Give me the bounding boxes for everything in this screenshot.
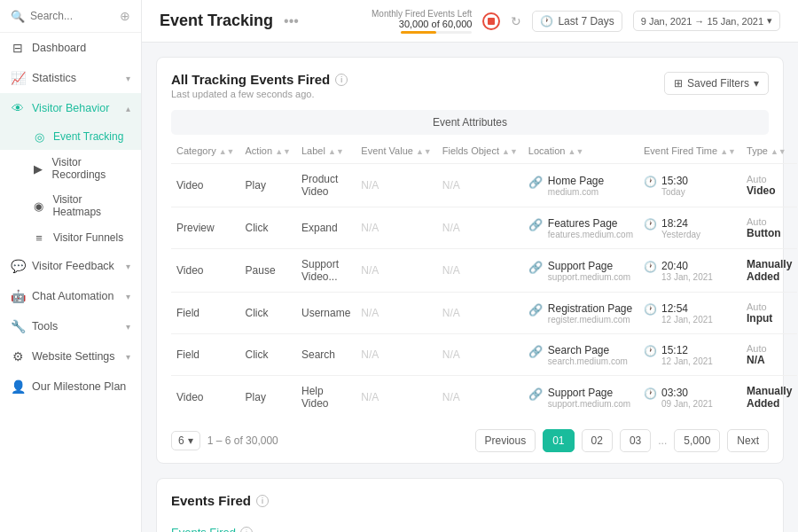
visitor-feedback-icon: 💬 xyxy=(11,259,25,273)
visitor-funnels-icon: ≡ xyxy=(32,231,46,245)
cell-action: Click xyxy=(240,207,296,249)
add-icon[interactable]: ⊕ xyxy=(120,9,130,23)
sidebar-sub-item-visitor-funnels[interactable]: ≡ Visitor Funnels xyxy=(0,224,141,251)
sidebar-item-chat-automation[interactable]: 🤖 Chat Automation ▾ xyxy=(0,281,141,311)
sidebar-item-statistics[interactable]: 📈 Statistics ▾ xyxy=(0,63,141,93)
sidebar-item-label: Our Milestone Plan xyxy=(32,380,130,393)
table-row: Video Play Product Video N/A N/A 🔗 Home … xyxy=(171,164,797,207)
col-event-value: Event Value ▲▼ xyxy=(356,138,436,164)
page-01-button[interactable]: 01 xyxy=(543,429,574,452)
cell-event-fired-time: 🕐 12:54 12 Jan, 2021 xyxy=(638,293,741,334)
cell-event-value: N/A xyxy=(356,334,436,376)
chevron-up-icon: ▴ xyxy=(126,104,130,113)
sidebar-item-label: Dashboard xyxy=(32,42,130,54)
cell-event-fired-time: 🕐 15:12 12 Jan, 2021 xyxy=(638,334,741,376)
website-settings-icon: ⚙ xyxy=(11,349,25,364)
page-size-selector[interactable]: 6 ▾ xyxy=(171,431,200,450)
cell-event-fired-time: 🕐 18:24 Yesterday xyxy=(638,207,741,249)
page-03-button[interactable]: 03 xyxy=(620,429,651,452)
sidebar-item-website-settings[interactable]: ⚙ Website Settings ▾ xyxy=(0,341,141,372)
cell-location: 🔗 Home Page medium.com xyxy=(523,164,638,207)
statistics-icon: 📈 xyxy=(11,71,25,85)
table-row: Video Pause Support Video... N/A N/A 🔗 S… xyxy=(171,249,797,293)
sidebar-item-tools[interactable]: 🔧 Tools ▾ xyxy=(0,311,141,341)
page-size-label: 6 xyxy=(178,434,184,447)
chevron-down-icon: ▾ xyxy=(126,74,130,83)
col-label: Label ▲▼ xyxy=(296,138,356,164)
cell-event-value: N/A xyxy=(356,293,436,334)
sort-icon: ▲▼ xyxy=(328,147,344,156)
prev-page-button[interactable]: Previous xyxy=(475,429,536,452)
chevron-down-icon: ▾ xyxy=(754,77,759,90)
page-range: 1 – 6 of 30,000 xyxy=(207,434,278,447)
info-icon[interactable]: i xyxy=(335,74,348,86)
saved-filters-label: Saved Filters xyxy=(687,77,749,90)
refresh-icon[interactable]: ↻ xyxy=(511,14,521,28)
next-page-button[interactable]: Next xyxy=(727,429,769,452)
sidebar-sub-item-visitor-recordings[interactable]: ▶ Visitor Recordings xyxy=(0,150,141,187)
cell-category: Video xyxy=(171,249,240,293)
card-header: All Tracking Events Fired i Last updated… xyxy=(157,58,783,99)
sidebar: 🔍 ⊕ ⊟ Dashboard 📈 Statistics ▾ 👁 Visitor… xyxy=(0,0,142,532)
more-options-icon[interactable]: ••• xyxy=(284,13,299,29)
card-title-area: All Tracking Events Fired i Last updated… xyxy=(171,72,664,99)
card-title-text: All Tracking Events Fired xyxy=(171,72,330,87)
visitor-recordings-icon: ▶ xyxy=(32,161,45,176)
cell-location: 🔗 Registration Page register.medium.com xyxy=(523,293,638,334)
clock-icon: 🕐 xyxy=(644,345,657,357)
date-range-selector[interactable]: 🕐 Last 7 Days xyxy=(532,11,622,32)
chat-automation-icon: 🤖 xyxy=(11,289,25,303)
visitor-heatmaps-icon: ◉ xyxy=(32,199,45,213)
clock-icon: 🕐 xyxy=(644,218,657,231)
sidebar-sub-item-label: Visitor Heatmaps xyxy=(52,193,130,218)
card-subtitle: Last updated a few seconds ago. xyxy=(171,89,664,99)
clock-icon: 🕐 xyxy=(644,387,657,400)
sidebar-item-label: Visitor Feedback xyxy=(32,260,119,272)
table-header-row: Category ▲▼ Action ▲▼ Label ▲▼ Event Val… xyxy=(171,138,797,164)
chevron-down-icon: ▾ xyxy=(126,352,130,362)
sidebar-sub-item-visitor-heatmaps[interactable]: ◉ Visitor Heatmaps xyxy=(0,187,141,224)
tracking-events-card: All Tracking Events Fired i Last updated… xyxy=(156,57,784,464)
card-title: All Tracking Events Fired i xyxy=(171,72,664,87)
table-body: Video Play Product Video N/A N/A 🔗 Home … xyxy=(171,164,797,419)
clock-icon: 🕐 xyxy=(644,176,657,188)
page-last-button[interactable]: 5,000 xyxy=(674,429,720,452)
cell-label: Support Video... xyxy=(296,249,356,293)
cell-fields-object: N/A xyxy=(437,164,523,207)
date-specific-selector[interactable]: 9 Jan, 2021 → 15 Jan, 2021 ▾ xyxy=(633,11,780,31)
events-fired-label-text: Events Fired xyxy=(171,526,236,532)
search-input[interactable] xyxy=(30,10,114,22)
monthly-events-counter: Monthly Fired Events Left 30,000 of 60,0… xyxy=(372,9,472,34)
link-icon: 🔗 xyxy=(528,303,543,317)
cell-type: Auto Video xyxy=(741,164,797,207)
filter-icon: ⊞ xyxy=(674,77,683,90)
stop-button[interactable] xyxy=(482,12,500,30)
cell-action: Play xyxy=(240,376,296,419)
cell-category: Video xyxy=(171,164,240,207)
info-icon[interactable]: i xyxy=(256,495,269,507)
sidebar-item-label: Statistics xyxy=(32,72,119,84)
cell-type: Auto Button xyxy=(741,207,797,249)
page-02-button[interactable]: 02 xyxy=(582,429,613,452)
sidebar-sub-item-event-tracking[interactable]: ◎ Event Tracking xyxy=(0,123,141,150)
date-specific-label: 9 Jan, 2021 → 15 Jan, 2021 xyxy=(641,16,763,27)
sidebar-item-label: Chat Automation xyxy=(32,290,119,302)
sidebar-item-milestone-plan[interactable]: 👤 Our Milestone Plan xyxy=(0,372,141,402)
link-icon: 🔗 xyxy=(528,218,543,231)
main-content: Event Tracking ••• Monthly Fired Events … xyxy=(142,0,798,532)
sidebar-sub-item-label: Event Tracking xyxy=(53,130,123,143)
sidebar-item-dashboard[interactable]: ⊟ Dashboard xyxy=(0,33,141,63)
sidebar-item-visitor-behavior[interactable]: 👁 Visitor Behavior ▴ xyxy=(0,93,141,123)
sidebar-item-visitor-feedback[interactable]: 💬 Visitor Feedback ▾ xyxy=(0,251,141,281)
cell-category: Field xyxy=(171,293,240,334)
pagination: 6 ▾ 1 – 6 of 30,000 Previous 01 02 03 ..… xyxy=(157,419,783,463)
cell-label: Username xyxy=(296,293,356,334)
cell-event-fired-time: 🕐 20:40 13 Jan, 2021 xyxy=(638,249,741,293)
visitor-behavior-icon: 👁 xyxy=(11,101,25,115)
saved-filters-button[interactable]: ⊞ Saved Filters ▾ xyxy=(664,72,769,95)
clock-icon: 🕐 xyxy=(644,261,657,273)
cell-type: Manually Added xyxy=(741,249,797,293)
cell-event-fired-time: 🕐 15:30 Today xyxy=(638,164,741,207)
chart-info-icon[interactable]: i xyxy=(240,527,253,533)
col-event-fired-time: Event Fired Time ▲▼ xyxy=(638,138,741,164)
